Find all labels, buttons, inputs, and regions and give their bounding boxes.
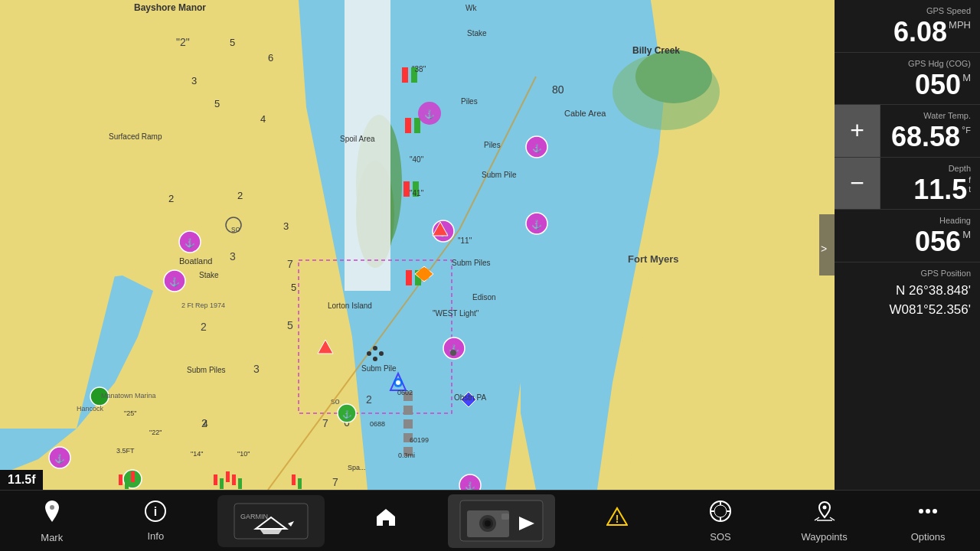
svg-rect-73: [125, 478, 129, 489]
svg-point-4: [635, 50, 712, 103]
svg-point-47: [49, 447, 70, 468]
home-button[interactable]: [344, 494, 428, 548]
gps-speed-value: 6.08 MPH: [844, 17, 971, 47]
mark-button[interactable]: Mark: [10, 494, 94, 548]
sos-icon: [709, 500, 732, 528]
heading-label: Heading: [844, 216, 971, 225]
svg-rect-75: [214, 474, 217, 485]
heading-value: 056 M: [844, 227, 971, 257]
svg-rect-77: [226, 471, 230, 482]
svg-point-67: [450, 350, 456, 356]
waypoints-label: Waypoints: [801, 531, 847, 543]
svg-rect-31: [402, 67, 408, 83]
svg-rect-5: [345, 0, 390, 291]
gps-position-lat: N 26°38.848': [844, 281, 971, 301]
svg-point-45: [164, 270, 185, 292]
map-svg: 5 6 5 3 "2" 4 2 3 5 3 7 5 2 3 2 7 6 7 2 …: [0, 0, 835, 490]
svg-rect-87: [403, 447, 413, 456]
garmin-home-button[interactable]: GARMIN: [217, 495, 325, 547]
camera-button[interactable]: [448, 494, 555, 548]
svg-rect-86: [403, 433, 413, 442]
app: 5 6 5 3 "2" 4 2 3 5 3 7 5 2 3 2 7 6 7 2 …: [0, 0, 980, 551]
water-temp-zoom-section: + Water Temp. 68.58 °F: [835, 105, 980, 158]
depth-block: Depth 11.5 ft: [880, 158, 980, 210]
svg-point-64: [418, 102, 441, 125]
mark-icon: [41, 499, 63, 529]
svg-rect-84: [403, 406, 413, 415]
svg-rect-79: [238, 478, 242, 489]
bottom-bar: Mark i Info GARMIN: [0, 490, 980, 551]
svg-rect-83: [403, 392, 413, 401]
svg-rect-35: [403, 181, 410, 197]
home-icon: [375, 506, 397, 533]
svg-rect-33: [405, 118, 411, 133]
svg-point-46: [459, 474, 481, 490]
svg-rect-85: [403, 419, 413, 429]
water-temp-unit: °F: [962, 125, 971, 135]
svg-point-70: [367, 351, 371, 356]
water-temp-value: 68.58 °F: [890, 122, 971, 152]
map-container[interactable]: 5 6 5 3 "2" 4 2 3 5 3 7 5 2 3 2 7 6 7 2 …: [0, 0, 835, 490]
svg-point-158: [933, 509, 937, 514]
depth-corner-display: 11.5f: [0, 470, 43, 490]
svg-point-71: [373, 357, 377, 361]
gps-speed-number: 6.08: [893, 17, 947, 47]
gps-position-block: GPS Position N 26°38.848' W081°52.356': [835, 262, 980, 326]
water-temp-block: Water Temp. 68.58 °F: [880, 105, 980, 157]
options-icon: [916, 500, 939, 528]
sos-label: SOS: [710, 531, 730, 543]
svg-rect-78: [232, 474, 236, 485]
gps-position-lon: W081°52.356': [844, 300, 971, 320]
svg-rect-142: [501, 514, 509, 520]
depth-number: 11.5: [913, 174, 967, 205]
water-temp-label: Water Temp.: [890, 111, 971, 120]
gps-position-label: GPS Position: [844, 269, 971, 278]
heading-number: 056: [915, 227, 961, 257]
gps-speed-label: GPS Speed: [844, 6, 971, 15]
gps-speed-block: GPS Speed 6.08 MPH: [835, 0, 980, 53]
info-button[interactable]: i Info: [113, 494, 198, 548]
svg-text:!: !: [615, 513, 619, 525]
svg-point-44: [179, 231, 201, 253]
svg-point-147: [714, 505, 727, 517]
heading-block: Heading 056 M: [835, 210, 980, 262]
svg-point-41: [526, 213, 547, 234]
svg-point-157: [926, 509, 930, 514]
svg-text:GARMIN: GARMIN: [240, 513, 268, 520]
heading-unit: M: [962, 230, 971, 240]
depth-corner-value: 11.5f: [8, 473, 35, 486]
svg-point-39: [526, 136, 547, 158]
zoom-out-button[interactable]: −: [835, 158, 880, 210]
svg-text:i: i: [154, 505, 157, 518]
mark-label: Mark: [41, 532, 63, 543]
svg-point-152: [822, 505, 826, 509]
svg-point-56: [418, 268, 430, 280]
depth-zoom-section: − Depth 11.5 ft: [835, 158, 980, 210]
svg-rect-76: [220, 478, 224, 489]
waypoints-icon: [813, 500, 836, 528]
svg-point-131: [50, 505, 54, 510]
options-label: Options: [911, 531, 946, 543]
svg-point-69: [379, 351, 384, 356]
svg-point-156: [919, 509, 923, 514]
side-panel: GPS Speed 6.08 MPH GPS Hdg (COG) 050 M +…: [835, 0, 980, 490]
svg-rect-72: [119, 474, 122, 485]
svg-rect-32: [411, 67, 417, 83]
gps-hdg-label: GPS Hdg (COG): [844, 59, 971, 68]
gps-speed-unit: MPH: [949, 20, 971, 31]
zoom-in-button[interactable]: +: [835, 105, 880, 157]
svg-rect-36: [413, 181, 419, 197]
svg-point-68: [373, 346, 377, 350]
depth-unit: ft: [969, 176, 971, 194]
svg-rect-81: [298, 478, 302, 489]
svg-rect-74: [131, 471, 135, 482]
svg-rect-37: [406, 270, 412, 285]
sos-button[interactable]: SOS: [678, 494, 763, 548]
waypoints-button[interactable]: Waypoints: [782, 494, 867, 548]
svg-point-62: [90, 387, 109, 406]
info-label: Info: [147, 530, 164, 542]
options-button[interactable]: Options: [886, 494, 970, 548]
water-temp-number: 68.58: [891, 122, 960, 152]
svg-rect-129: [819, 214, 835, 276]
alert-button[interactable]: !: [575, 494, 659, 548]
